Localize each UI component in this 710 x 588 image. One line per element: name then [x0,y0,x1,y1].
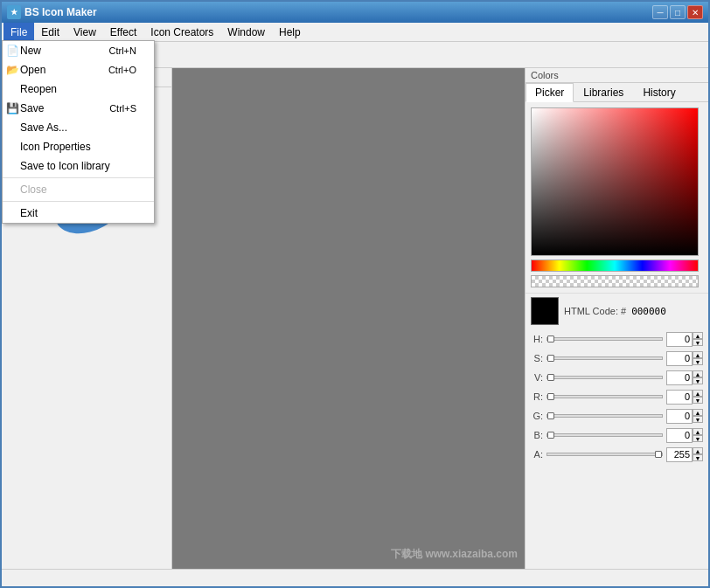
slider-value-box-r: ▲ ▼ [666,390,703,405]
slider-input-v[interactable] [666,370,693,385]
dropdown-separator-2 [3,201,154,202]
slider-label-v: V: [531,372,543,383]
slider-value-box-a: ▲ ▼ [666,447,703,462]
menu-bar: File Edit View Effect Icon Creators Wind… [2,23,708,42]
html-code-label: HTML Code: # [564,306,626,316]
slider-label-g: G: [531,411,543,421]
slider-spin-a: ▲ ▼ [693,447,703,461]
main-window: ★ BS Icon Maker ─ □ ✕ File Edit View Eff… [0,0,710,588]
menu-help[interactable]: Help [272,23,308,42]
spin-down-b[interactable]: ▼ [693,435,703,442]
menu-view[interactable]: View [66,23,103,42]
icon-properties-label: Icon Properties [20,141,91,153]
spin-up-s[interactable]: ▲ [693,351,703,358]
spin-down-v[interactable]: ▼ [693,377,703,384]
menu-effect[interactable]: Effect [103,23,143,42]
slider-value-box-b: ▲ ▼ [666,428,703,443]
exit-label: Exit [20,207,38,219]
menu-item-new[interactable]: 📄 New Ctrl+N [3,41,154,60]
slider-track-b[interactable] [546,433,663,437]
save-library-icon [6,160,18,172]
spin-up-h[interactable]: ▲ [693,332,703,339]
spin-down-a[interactable]: ▼ [693,454,703,461]
slider-label-s: S: [531,353,543,363]
file-dropdown-menu: 📄 New Ctrl+N 📂 Open Ctrl+O Reopen 💾 Save… [2,40,155,224]
close-label: Close [20,183,47,196]
tab-libraries[interactable]: Libraries [574,83,633,101]
color-sliders: H: ▲ ▼ S: [526,329,708,465]
slider-spin-b: ▲ ▼ [693,428,703,442]
spin-up-a[interactable]: ▲ [693,447,703,454]
menu-item-close[interactable]: Close [3,180,154,199]
slider-track-r[interactable] [546,395,663,398]
slider-input-h[interactable] [666,332,693,347]
spin-down-h[interactable]: ▼ [693,339,703,346]
slider-row-h: H: ▲ ▼ [531,330,703,348]
title-bar: ★ BS Icon Maker ─ □ ✕ [2,2,708,23]
slider-input-s[interactable] [666,351,693,366]
app-icon: ★ [7,5,21,19]
menu-icon-creators[interactable]: Icon Creators [143,23,220,42]
slider-track-h[interactable] [546,337,663,341]
slider-input-r[interactable] [666,390,693,405]
status-bar [2,569,708,586]
slider-track-v[interactable] [546,376,663,379]
menu-item-save-to-library[interactable]: Save to Icon library [3,156,154,176]
menu-file[interactable]: File [3,23,34,42]
gradient-dark [532,108,698,255]
slider-thumb-v [547,374,554,381]
menu-window[interactable]: Window [220,23,272,42]
slider-thumb-s [547,355,554,362]
menu-edit[interactable]: Edit [34,23,66,42]
tab-history[interactable]: History [633,83,685,101]
menu-item-save-as[interactable]: Save As... [3,118,154,137]
canvas-area[interactable]: 下载地 www.xiazaiba.com [172,68,525,569]
color-tabs: Picker Libraries History [526,83,708,102]
slider-input-b[interactable] [666,428,693,443]
slider-row-b: B: ▲ ▼ [531,426,703,444]
slider-spin-g: ▲ ▼ [693,409,703,423]
slider-spin-s: ▲ ▼ [693,351,703,365]
alpha-checker[interactable] [531,275,699,287]
slider-spin-r: ▲ ▼ [693,390,703,404]
close-button[interactable]: ✕ [687,5,703,19]
slider-input-g[interactable] [666,409,693,424]
spin-up-r[interactable]: ▲ [693,390,703,397]
save-as-label: Save As... [20,121,67,134]
slider-row-v: V: ▲ ▼ [531,369,703,386]
spin-down-s[interactable]: ▼ [693,358,703,365]
menu-item-exit[interactable]: Exit [3,204,154,223]
colors-panel: Colors Picker Libraries History [525,68,708,569]
hue-slider[interactable] [531,259,699,272]
menu-item-reopen[interactable]: Reopen [3,80,154,99]
watermark: 下载地 www.xiazaiba.com [391,547,518,562]
color-gradient[interactable] [531,107,699,256]
new-icon: 📄 [6,45,18,57]
slider-label-r: R: [531,391,543,402]
slider-label-h: H: [531,334,543,344]
color-swatch [531,297,559,325]
icon-properties-icon [6,141,18,153]
tab-picker[interactable]: Picker [526,83,574,102]
slider-input-a[interactable] [666,447,693,462]
spin-up-v[interactable]: ▲ [693,370,703,377]
maximize-button[interactable]: □ [670,5,686,19]
slider-label-b: B: [531,430,543,440]
menu-item-save[interactable]: 💾 Save Ctrl+S [3,99,154,118]
slider-value-box-v: ▲ ▼ [666,370,703,385]
title-controls: ─ □ ✕ [652,5,703,19]
slider-track-a[interactable] [546,453,663,456]
slider-track-s[interactable] [546,356,663,360]
new-label: New [20,45,41,57]
slider-track-g[interactable] [546,414,663,418]
spin-up-b[interactable]: ▲ [693,428,703,435]
spin-down-g[interactable]: ▼ [693,416,703,423]
slider-value-box-h: ▲ ▼ [666,332,703,347]
spin-up-g[interactable]: ▲ [693,409,703,416]
colors-header: Colors [526,68,708,83]
menu-item-open[interactable]: 📂 Open Ctrl+O [3,60,154,80]
slider-label-a: A: [531,449,543,460]
minimize-button[interactable]: ─ [652,5,668,19]
menu-item-icon-properties[interactable]: Icon Properties [3,137,154,156]
spin-down-r[interactable]: ▼ [693,397,703,404]
